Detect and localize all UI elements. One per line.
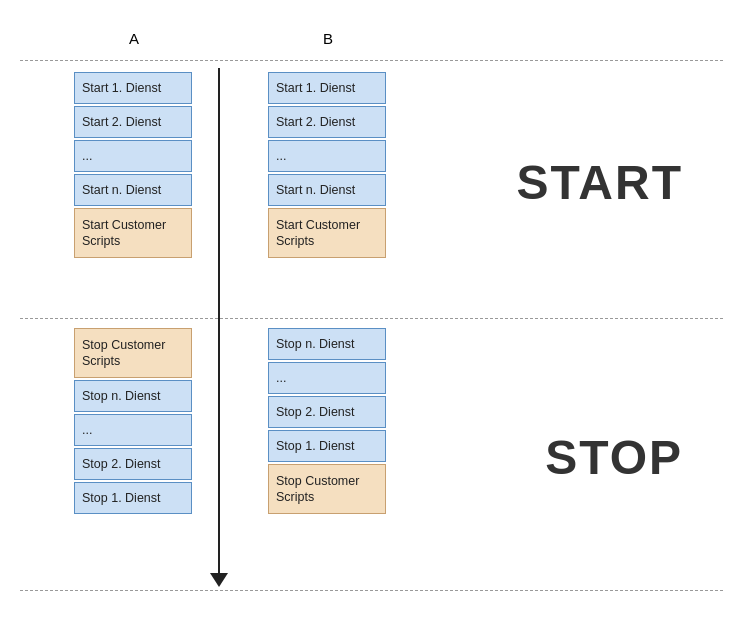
arrow-head bbox=[210, 573, 228, 587]
arrow-line bbox=[218, 68, 220, 578]
start-a-card-1: Start 1. Dienst bbox=[74, 72, 192, 104]
start-a-card-4: Start n. Dienst bbox=[74, 174, 192, 206]
stop-b-card-4: Stop 1. Dienst bbox=[268, 430, 386, 462]
start-a-card-3: ... bbox=[74, 140, 192, 172]
diagram: A B START STOP Start 1. Dienst Start 2. … bbox=[0, 0, 743, 626]
start-b-card-3: ... bbox=[268, 140, 386, 172]
start-a-card-2: Start 2. Dienst bbox=[74, 106, 192, 138]
divider-top bbox=[20, 60, 723, 61]
start-label: START bbox=[517, 155, 683, 210]
stop-label: STOP bbox=[545, 430, 683, 485]
column-b-header: B bbox=[268, 30, 388, 47]
start-a-card-5: Start Customer Scripts bbox=[74, 208, 192, 258]
stop-a-card-2: Stop n. Dienst bbox=[74, 380, 192, 412]
start-b-card-4: Start n. Dienst bbox=[268, 174, 386, 206]
divider-mid bbox=[20, 318, 723, 319]
stop-a-card-5: Stop 1. Dienst bbox=[74, 482, 192, 514]
start-b-card-2: Start 2. Dienst bbox=[268, 106, 386, 138]
start-b-card-1: Start 1. Dienst bbox=[268, 72, 386, 104]
start-b-card-5: Start Customer Scripts bbox=[268, 208, 386, 258]
stop-a-card-3: ... bbox=[74, 414, 192, 446]
stop-b-card-3: Stop 2. Dienst bbox=[268, 396, 386, 428]
stop-b-card-5: Stop Customer Scripts bbox=[268, 464, 386, 514]
stop-a-card-1: Stop Customer Scripts bbox=[74, 328, 192, 378]
divider-bottom bbox=[20, 590, 723, 591]
stop-a-card-4: Stop 2. Dienst bbox=[74, 448, 192, 480]
column-a-header: A bbox=[74, 30, 194, 47]
stop-b-card-1: Stop n. Dienst bbox=[268, 328, 386, 360]
stop-b-card-2: ... bbox=[268, 362, 386, 394]
